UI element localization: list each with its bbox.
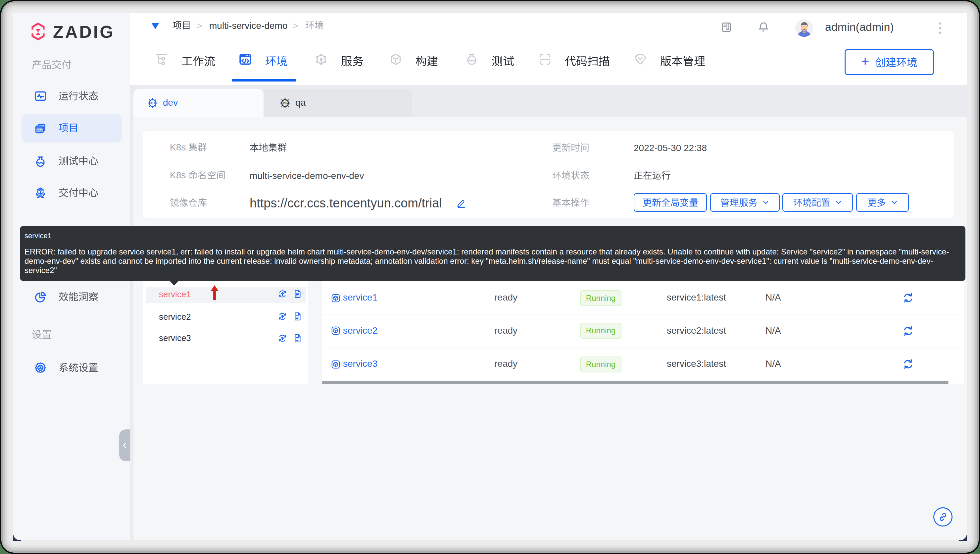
svg-text:PM: PM (37, 129, 42, 132)
svg-text:HELM: HELM (282, 102, 288, 105)
svg-text:HELM: HELM (149, 102, 156, 105)
